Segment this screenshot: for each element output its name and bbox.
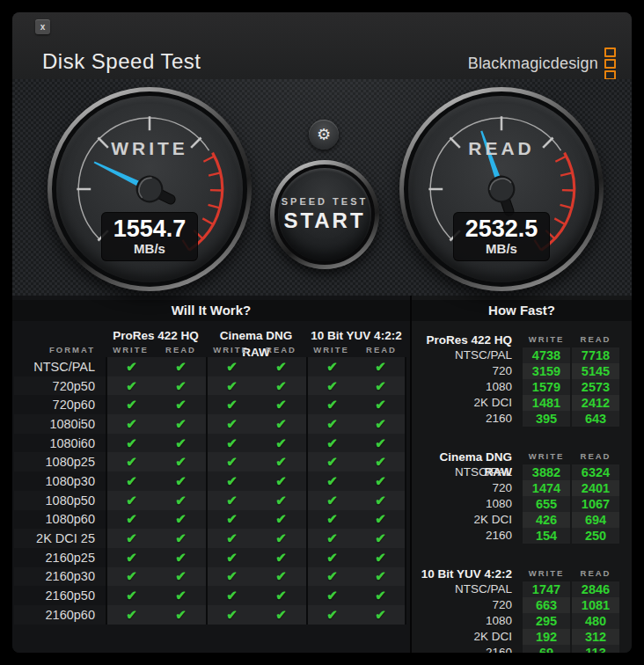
table-cell-wrap: ✔: [206, 567, 256, 587]
settings-button[interactable]: ⚙: [309, 120, 339, 150]
check-icon: ✔: [275, 397, 287, 413]
check-cell: ✔: [206, 395, 256, 414]
gear-icon: ⚙: [317, 126, 331, 143]
check-icon: ✔: [275, 568, 287, 584]
check-icon: ✔: [175, 607, 187, 623]
check-cell: ✔: [256, 471, 306, 491]
check-icon: ✔: [375, 493, 386, 508]
speed-row: NTSC/PAL47387718: [417, 347, 619, 363]
table-row-format: 2160p60: [14, 605, 106, 625]
read-speed-value: 2532.5: [457, 216, 546, 241]
check-icon: ✔: [175, 454, 187, 470]
check-cell: ✔: [356, 548, 406, 567]
write-gauge-label: WRITE: [48, 138, 252, 159]
check-icon: ✔: [326, 378, 338, 394]
codec-name: 10 Bit YUV 4:2:2: [417, 566, 521, 581]
format-label: 1080p60: [14, 510, 106, 530]
read-speed-cell: 480: [572, 613, 619, 629]
format-label: 2K DCI 25: [14, 529, 106, 548]
blackmagic-logo-icon: [604, 48, 616, 80]
check-icon: ✔: [175, 588, 187, 603]
format-label: 2160p60: [14, 605, 106, 625]
resolution-label: 2160: [417, 411, 521, 427]
brand-logo: Blackmagicdesign: [468, 48, 616, 80]
table-row-format: 1080p50: [14, 491, 106, 510]
write-speed-cell: 69: [523, 645, 570, 653]
how-fast-table: ProRes 422 HQWRITEREADNTSC/PAL4738771872…: [412, 332, 632, 653]
speed-row: 2160154250: [417, 528, 619, 544]
sub-column-header: READ: [572, 332, 619, 347]
check-cell: ✔: [106, 529, 156, 548]
write-value-box: 1554.7 MB/s: [101, 212, 198, 261]
check-cell: ✔: [306, 605, 356, 625]
table-cell-wrap: ✔: [156, 567, 206, 587]
check-cell: ✔: [106, 586, 156, 605]
table-cell-wrap: ✔: [206, 510, 256, 530]
check-cell: ✔: [356, 434, 406, 453]
check-icon: ✔: [126, 511, 137, 527]
check-icon: ✔: [226, 473, 238, 489]
check-icon: ✔: [375, 473, 386, 489]
check-icon: ✔: [126, 378, 137, 394]
table-cell-wrap: ✔: [206, 529, 256, 548]
check-cell: ✔: [106, 357, 156, 376]
check-cell: ✔: [306, 357, 356, 376]
check-cell: ✔: [356, 491, 406, 510]
check-cell: ✔: [306, 510, 356, 530]
table-cell-wrap: ✔: [106, 395, 156, 414]
table-cell-wrap: ✔: [106, 357, 156, 376]
codec-group-header: Cinema DNG RAW: [206, 327, 306, 344]
check-icon: ✔: [226, 378, 238, 394]
check-cell: ✔: [156, 548, 206, 567]
check-icon: ✔: [375, 359, 386, 375]
check-cell: ✔: [156, 376, 206, 396]
table-cell-wrap: ✔: [206, 376, 256, 396]
close-button[interactable]: x: [35, 19, 50, 34]
check-cell: ✔: [106, 452, 156, 471]
check-cell: ✔: [106, 376, 156, 396]
table-cell-wrap: ✔: [106, 376, 156, 396]
spacer-cell: [14, 327, 106, 344]
speed-row: 2K DCI426694: [417, 512, 619, 528]
start-button[interactable]: SPEED TEST START: [270, 160, 379, 269]
check-icon: ✔: [175, 435, 187, 451]
resolution-label: NTSC/PAL: [417, 464, 521, 480]
check-cell: ✔: [106, 510, 156, 530]
read-speed-cell: 250: [572, 528, 619, 544]
check-cell: ✔: [156, 452, 206, 471]
resolution-label: 2K DCI: [417, 395, 521, 411]
will-it-work-panel: Will It Work? ProRes 422 HQCinema DNG RA…: [12, 296, 412, 653]
write-speed-cell: 1579: [523, 379, 570, 395]
read-speed-cell: 7718: [572, 347, 619, 363]
speed-row: 72014742401: [417, 480, 619, 496]
table-cell-wrap: ✔: [256, 471, 306, 491]
table-cell-wrap: ✔: [356, 434, 406, 453]
check-cell: ✔: [106, 567, 156, 587]
check-icon: ✔: [326, 568, 338, 584]
check-icon: ✔: [326, 416, 338, 432]
page-title: Disk Speed Test: [42, 49, 201, 74]
check-cell: ✔: [206, 529, 256, 548]
format-label: 720p60: [14, 395, 106, 414]
check-cell: ✔: [256, 376, 306, 396]
table-cell-wrap: ✔: [256, 357, 306, 376]
check-icon: ✔: [375, 607, 386, 623]
table-cell-wrap: ✔: [206, 357, 256, 376]
table-cell-wrap: ✔: [206, 605, 256, 625]
table-cell-wrap: ✔: [156, 357, 206, 376]
will-it-work-table: ProRes 422 HQCinema DNG RAW10 Bit YUV 4:…: [12, 327, 410, 625]
check-icon: ✔: [226, 416, 238, 432]
how-fast-title: How Fast?: [412, 300, 632, 321]
how-fast-panel: How Fast? ProRes 422 HQWRITEREADNTSC/PAL…: [412, 296, 632, 653]
check-icon: ✔: [326, 454, 338, 470]
check-icon: ✔: [275, 416, 287, 432]
check-icon: ✔: [126, 550, 137, 566]
check-icon: ✔: [126, 568, 137, 584]
table-cell-wrap: ✔: [256, 395, 306, 414]
read-speed-cell: 1081: [572, 597, 619, 613]
will-it-work-title: Will It Work?: [12, 300, 410, 321]
table-cell-wrap: ✔: [206, 434, 256, 453]
check-icon: ✔: [326, 588, 338, 603]
table-cell-wrap: ✔: [306, 510, 356, 530]
check-icon: ✔: [226, 359, 238, 375]
